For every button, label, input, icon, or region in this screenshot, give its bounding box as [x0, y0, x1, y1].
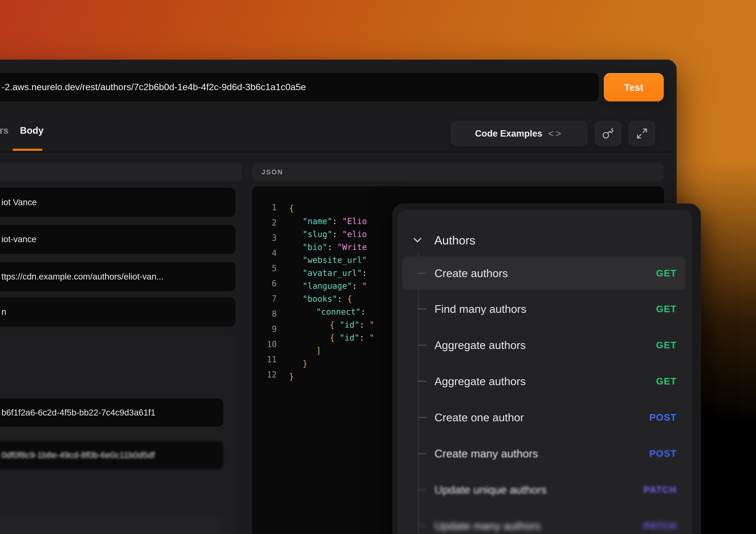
active-tab-underline — [13, 149, 42, 151]
line-number: 11 — [252, 352, 277, 367]
operation-row-update-many-authors[interactable]: Update many authorsPATCH — [402, 509, 685, 534]
expand-icon — [636, 127, 648, 140]
line-number: 4 — [252, 245, 277, 261]
connect-id-chip[interactable]: 0df0f8c9-1b8e-49cd-8f0b-6e0c11b0d5df — [0, 441, 223, 469]
method-badge: PATCH — [643, 484, 677, 495]
group-title: Authors — [434, 233, 475, 247]
operation-row-update-unique-authors[interactable]: Update unique authorsPATCH — [402, 473, 685, 506]
avatar-url-field[interactable]: ttps://cdn.example.com/authors/eliot-van… — [0, 262, 235, 291]
code-examples-button[interactable]: Code Examples <> — [451, 121, 587, 146]
operation-row-aggregate-authors[interactable]: Aggregate authorsGET — [402, 328, 685, 362]
api-key-button[interactable] — [595, 121, 621, 146]
operation-label: Create one author — [435, 411, 649, 424]
test-button-label: Test — [624, 82, 643, 93]
line-number: 9 — [252, 321, 277, 336]
code-line: } — [289, 357, 374, 370]
code-line: "bio": "Write — [289, 241, 374, 254]
operation-label: Find many authors — [435, 303, 656, 315]
method-badge: GET — [656, 268, 677, 279]
tree-tick — [418, 345, 426, 346]
json-section-bar: JSON — [252, 163, 663, 181]
expand-button[interactable] — [629, 121, 655, 146]
operation-label: Create authors — [435, 267, 656, 280]
form-section-bar — [0, 163, 242, 181]
line-number: 6 — [252, 276, 277, 291]
blurred-list-item — [0, 518, 223, 534]
json-language-label: JSON — [261, 168, 283, 176]
operation-label: Create many authors — [435, 447, 649, 460]
request-url-value: -2.aws.neurelo.dev/rest/authors/7c2b6b0d… — [2, 82, 306, 93]
operation-row-create-authors[interactable]: Create authorsGET — [402, 256, 685, 290]
code-line: "books": { — [289, 292, 374, 306]
operation-label: Aggregate authors — [435, 339, 656, 351]
tree-tick — [418, 273, 426, 274]
operations-popup: Authors Create authorsGETFind many autho… — [392, 203, 701, 534]
key-icon — [602, 127, 614, 140]
method-badge: POST — [649, 412, 677, 423]
method-badge: POST — [649, 448, 677, 459]
line-number: 5 — [252, 261, 277, 276]
desktop-background: -2.aws.neurelo.dev/rest/authors/7c2b6b0d… — [0, 0, 756, 534]
code-line: { "id": " — [289, 331, 374, 344]
bio-textarea[interactable] — [0, 335, 235, 534]
operation-row-create-many-authors[interactable]: Create many authorsPOST — [402, 437, 685, 470]
tree-tick — [418, 453, 426, 454]
author-slug-field[interactable]: iot-vance — [0, 225, 235, 254]
operation-label: Update unique authors — [435, 483, 643, 496]
method-badge: PATCH — [643, 520, 677, 531]
code-brackets-icon: <> — [548, 128, 563, 139]
operation-label: Aggregate authors — [435, 375, 656, 387]
code-line: "slug": "elio — [289, 228, 374, 241]
operation-row-create-one-author[interactable]: Create one authorPOST — [402, 400, 685, 434]
line-number: 7 — [252, 291, 277, 306]
line-number: 12 — [252, 367, 277, 382]
line-number: 3 — [252, 230, 277, 245]
request-url-input[interactable]: -2.aws.neurelo.dev/rest/authors/7c2b6b0d… — [0, 73, 599, 101]
line-number: 1 — [252, 200, 277, 215]
code-line: { — [289, 202, 374, 215]
json-code: {"name": "Elio"slug": "elio"bio": "Write… — [289, 202, 374, 383]
operations-panel: Authors Create authorsGETFind many autho… — [397, 210, 692, 534]
tree-tick — [418, 308, 426, 309]
code-line: "language": " — [289, 280, 374, 292]
method-badge: GET — [656, 339, 677, 351]
line-number: 10 — [252, 336, 277, 352]
language-field[interactable]: n — [0, 297, 235, 327]
chevron-down-icon — [411, 233, 424, 247]
line-number: 2 — [252, 215, 277, 230]
operation-label: Update many authors — [435, 520, 643, 532]
authors-group-header[interactable]: Authors — [397, 228, 475, 253]
code-line: } — [289, 370, 374, 383]
code-line: ] — [289, 344, 374, 357]
test-button[interactable]: Test — [604, 73, 664, 101]
code-line: "avatar_url": — [289, 267, 374, 280]
code-line: "website_url" — [289, 254, 374, 267]
tree-tick — [418, 489, 426, 490]
method-badge: GET — [656, 303, 677, 314]
method-badge: GET — [656, 376, 677, 387]
code-line: "connect": — [289, 306, 374, 318]
line-number: 8 — [252, 306, 277, 321]
author-name-field[interactable]: iot Vance — [0, 188, 235, 217]
tabs-divider — [0, 152, 676, 152]
tab-body[interactable]: Body — [20, 125, 43, 136]
line-number-gutter: 123456789101112 — [252, 200, 277, 382]
tree-tick — [418, 417, 426, 418]
operation-row-aggregate-authors[interactable]: Aggregate authorsGET — [402, 364, 685, 398]
operation-row-find-many-authors[interactable]: Find many authorsGET — [402, 292, 685, 326]
connect-id-chip[interactable]: b6f1f2a6-6c2d-4f5b-bb22-7c4c9d3a61f1 — [0, 398, 223, 427]
code-examples-label: Code Examples — [475, 128, 542, 139]
tree-tick — [418, 525, 426, 526]
code-line: "name": "Elio — [289, 215, 374, 228]
code-line: { "id": " — [289, 318, 374, 331]
tree-tick — [418, 381, 426, 382]
tab-headers-partial[interactable]: rs — [0, 125, 9, 136]
